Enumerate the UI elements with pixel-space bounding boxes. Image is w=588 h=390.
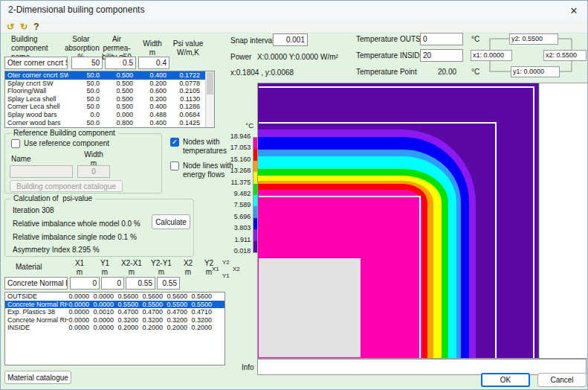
legend-value: 7.589 (224, 199, 253, 211)
table-row[interactable]: Corner wood bars50.00.8000.4000.1425 (5, 119, 214, 127)
info-field[interactable] (257, 359, 587, 375)
thermal-contour-plot[interactable] (258, 83, 587, 358)
table-row[interactable]: OUTSIDE0.00000.00000.56000.56000.56000.5… (5, 292, 224, 301)
thermal-plot-panel[interactable] (257, 83, 588, 359)
undo-icon[interactable]: ↺ (7, 22, 14, 31)
legend-value: 5.696 (224, 211, 253, 223)
legend-value: 1.911 (224, 234, 253, 246)
temperature-inside-label: Temperature INSIDE (356, 51, 424, 60)
nodes-with-temperatures-checkbox[interactable]: Nodes with temperatures (170, 138, 227, 156)
row-value-cell: 0.3200 (167, 316, 191, 325)
row-value-cell: 0.2000 (142, 324, 167, 332)
row-value-cell: 0.5500 (142, 301, 167, 309)
component-list[interactable]: Oter corner cncrt SW50.00.5000.4000.1722… (4, 71, 215, 128)
reference-name-label: Name (11, 155, 31, 164)
header-width: Width m (138, 39, 167, 57)
row-value-cell: 0.0000 (93, 292, 117, 301)
material-name-input[interactable]: Concrete Normal RH (4, 277, 68, 290)
table-row[interactable]: Flooring/Wall50.00.5000.6000.2105 (5, 87, 214, 95)
row-value-cell: 0.600 (137, 87, 170, 95)
row-value-cell: 0.5500 (191, 301, 216, 309)
row-value-cell: 0.1722 (170, 71, 204, 80)
row-value-cell: 0.5600 (142, 292, 167, 301)
row-value-cell: 0.0010 (93, 308, 117, 316)
row-value-cell: 50.0 (68, 80, 103, 88)
extent-x1-field[interactable]: x1: 0.0000 (471, 50, 512, 61)
row-value-cell: 0.500 (103, 80, 137, 88)
header-psi-value: Psi value W/m,K (169, 39, 207, 57)
row-name-cell: Exp. Plastics 38 (5, 308, 68, 316)
snap-interval-field[interactable]: 0.001 (273, 33, 308, 46)
row-value-cell: 0.4700 (167, 308, 191, 316)
row-value-cell: 0.0000 (93, 301, 117, 309)
row-value-cell: 0.3200 (142, 316, 167, 325)
row-value-cell: 0.500 (103, 87, 137, 95)
legend-value: 11.375 (224, 177, 253, 188)
legend-value: 3.803 (224, 223, 253, 234)
component-list-scrollbar[interactable] (205, 71, 214, 127)
redo-icon[interactable]: ↻ (20, 22, 28, 31)
row-value-cell: 0.2000 (117, 324, 142, 332)
table-row[interactable]: Oter corner cncrt SW50.00.5000.4000.1722 (5, 71, 214, 80)
legend-value: 13.268 (224, 165, 253, 176)
extent-y1-field[interactable]: y1: 0.0000 (511, 66, 560, 77)
row-name-cell: OUTSIDE (5, 292, 68, 301)
row-value-cell: 0.3200 (191, 316, 216, 325)
help-icon[interactable]: ? (33, 22, 39, 31)
ok-button[interactable]: OK (481, 373, 530, 387)
width-input[interactable]: 0.4 (138, 57, 169, 69)
legend-value: 18.946 (224, 131, 253, 142)
material-catalogue-button[interactable]: Material catalogue (4, 371, 71, 384)
table-row[interactable]: Splay Leca shell50.00.5000.2000.1130 (5, 95, 214, 103)
material-x1-input[interactable]: 0 (70, 277, 100, 290)
solar-absorption-input[interactable]: 50 (71, 57, 103, 69)
material-dy-input[interactable]: 0.55 (157, 277, 180, 290)
table-row[interactable]: Concrete Normal RH0.00000.00000.55000.55… (5, 301, 224, 309)
component-name-input[interactable]: Oter corner cncrt SW (4, 57, 68, 69)
row-value-cell: 0.400 (137, 103, 170, 111)
checkbox-label: Nodes with temperatures (183, 138, 227, 156)
row-name-cell: Corner wood bars (5, 119, 68, 127)
checkbox-box[interactable] (11, 139, 20, 148)
checkbox-box[interactable] (170, 162, 179, 170)
cancel-button[interactable]: Cancel (537, 373, 587, 387)
table-row[interactable]: Concrete Normal RH0.00000.00000.32000.32… (5, 316, 224, 325)
checkbox-box[interactable] (170, 138, 179, 147)
row-value-cell: 50.0 (68, 119, 103, 127)
row-value-cell: 0.5500 (117, 301, 142, 309)
temperature-outside-field[interactable]: 0 (420, 33, 463, 45)
axis-x2-label: X2 (233, 266, 240, 272)
extent-y2-field[interactable]: y2: 0.5500 (509, 33, 558, 45)
row-value-cell: 50.0 (68, 103, 103, 111)
row-value-cell: 0.0778 (170, 80, 204, 88)
row-value-cell: 0.5600 (167, 292, 191, 301)
table-row[interactable]: INSIDE0.00000.00000.20000.20000.20000.20… (5, 324, 224, 332)
imbalance-whole-model-text: Relative imbalance whole model 0.0 % (13, 220, 140, 228)
dialog-window: 2-Dimensional builing components ✕ ↺ ↻ ?… (0, 0, 588, 390)
reference-width-field[interactable]: 0 (77, 165, 110, 178)
temperature-inside-field[interactable]: 20 (420, 49, 463, 62)
row-name-cell: Concrete Normal RH (5, 316, 68, 325)
cursor-coordinates: x:0.1804 , y:0.0068 (230, 68, 294, 77)
header-x2-x1: X2-X1 m (117, 259, 146, 277)
calculate-button[interactable]: Calculate (152, 214, 190, 229)
row-value-cell: 0.0000 (93, 324, 117, 332)
row-value-cell: 0.488 (137, 111, 170, 119)
row-value-cell: 0.3200 (117, 316, 142, 325)
row-value-cell: 0.2000 (191, 324, 216, 332)
row-value-cell: 0.200 (137, 95, 170, 103)
table-row[interactable]: Corner Leca shell50.00.5000.4000.1286 (5, 103, 214, 111)
use-reference-component-checkbox[interactable]: Use reference component (11, 139, 109, 148)
extent-x2-field[interactable]: x2: 0.5500 (543, 50, 587, 61)
material-dx-input[interactable]: 0.55 (126, 277, 155, 290)
building-component-catalogue-button[interactable]: Building component catalogue (10, 180, 123, 192)
table-row[interactable]: Splay cncrt SW50.00.5000.2000.0778 (5, 80, 214, 88)
table-row[interactable]: Exp. Plastics 380.00000.00100.47000.4700… (5, 308, 224, 316)
material-list[interactable]: OUTSIDE0.00000.00000.56000.56000.56000.5… (4, 292, 225, 365)
reference-name-field[interactable] (10, 165, 73, 178)
header-x1: X1 m (66, 259, 93, 277)
air-permeability-input[interactable]: 0.5 (105, 57, 136, 69)
close-button[interactable]: ✕ (560, 1, 587, 20)
material-y1-input[interactable]: 0 (101, 277, 124, 290)
table-row[interactable]: Splay wood bars0.00.0000.4880.0684 (5, 111, 214, 119)
